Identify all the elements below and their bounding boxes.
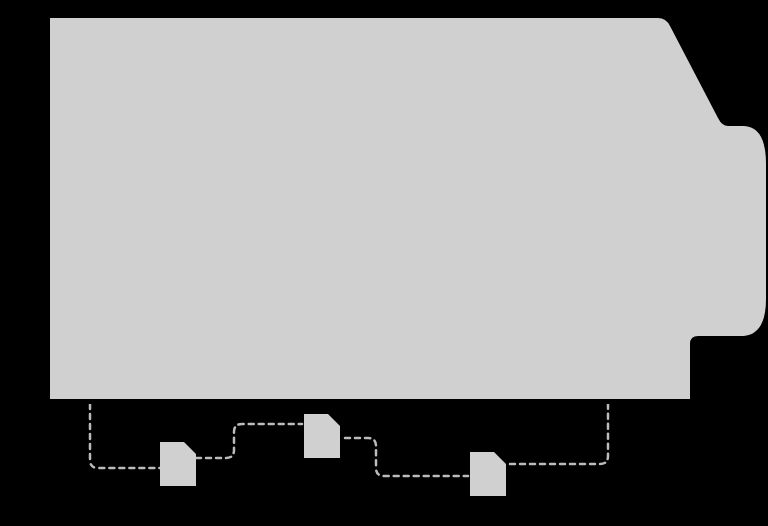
file-icon-1	[156, 438, 200, 490]
file-icon-3	[466, 448, 510, 500]
file-icon-2	[300, 410, 344, 462]
main-panel	[46, 14, 766, 404]
